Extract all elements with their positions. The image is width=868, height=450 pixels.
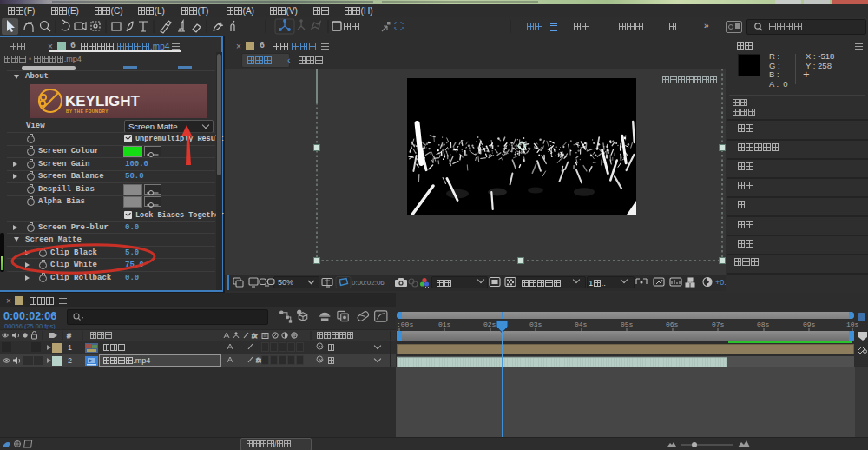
svg-text:07s: 07s — [712, 321, 725, 328]
svg-text:09s: 09s — [803, 321, 816, 328]
svg-text:fx: fx — [252, 332, 258, 340]
svg-text:01s: 01s — [438, 321, 451, 328]
svg-text:04s: 04s — [575, 321, 588, 328]
svg-text::00s: :00s — [397, 321, 413, 328]
svg-text:03s: 03s — [529, 321, 542, 328]
svg-text:50%: 50% — [278, 278, 293, 287]
svg-text:08s: 08s — [757, 321, 770, 328]
svg-text:06s: 06s — [666, 321, 679, 328]
svg-text:KEYLIGHT: KEYLIGHT — [65, 93, 141, 109]
svg-text:0:00:02:06: 0:00:02:06 — [352, 279, 385, 287]
svg-text:10s: 10s — [846, 321, 859, 328]
svg-text:+0.0: +0.0 — [715, 278, 726, 287]
svg-text:05s: 05s — [621, 321, 634, 328]
svg-text:#: # — [67, 332, 71, 340]
svg-text:BY THE FOUNDRY: BY THE FOUNDRY — [66, 109, 108, 114]
